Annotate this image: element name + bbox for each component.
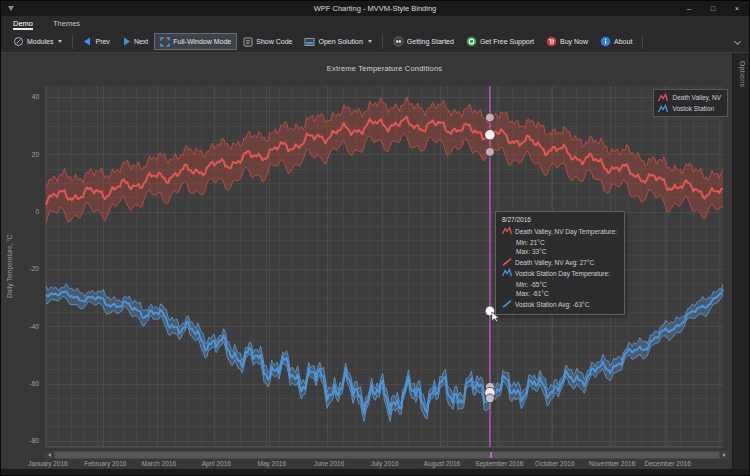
menu-item-themes[interactable]: Themes xyxy=(53,16,80,31)
support-lifebuoy-icon xyxy=(466,36,477,47)
getting-started-label: Getting Started xyxy=(407,38,454,45)
crosshair-scrollbar-marker xyxy=(490,452,492,458)
open-solution-icon xyxy=(304,37,315,47)
legend-item-death-valley[interactable]: Death Valley, NV xyxy=(658,93,721,102)
x-axis-month-label: August 2016 xyxy=(424,460,461,467)
y-tick-label: -80 xyxy=(3,437,39,444)
x-axis-month-label: May 2016 xyxy=(258,460,287,467)
next-button[interactable]: Next xyxy=(116,34,154,50)
minimize-button[interactable]: – xyxy=(677,1,701,16)
chart-legend: Death Valley, NV Vostok Station xyxy=(653,89,728,117)
toolbar-separator xyxy=(72,35,73,49)
legend-item-vostok-station[interactable]: Vostok Station xyxy=(658,104,721,113)
tooltip-row: Min: 21°C xyxy=(502,238,617,248)
prev-button[interactable]: Prev xyxy=(77,34,115,50)
prev-arrow-icon xyxy=(83,37,92,46)
y-tick-label: -20 xyxy=(3,265,39,272)
y-tick-label: 20 xyxy=(3,151,39,158)
band-series-icon xyxy=(502,268,512,280)
toolbar-overflow-chevron-icon[interactable] xyxy=(734,38,741,45)
legend-label: Death Valley, NV xyxy=(672,94,721,101)
getting-started-icon xyxy=(393,36,404,47)
titlebar: WPF Charting - MVVM-Style Binding – □ × xyxy=(1,1,749,16)
window-bottom-edge xyxy=(1,469,749,476)
show-code-icon xyxy=(243,37,253,47)
x-axis-month-label: November 2016 xyxy=(589,460,635,467)
chevron-down-icon xyxy=(58,40,62,43)
x-axis-month-label: September 2016 xyxy=(475,460,523,467)
menu-demo-label: Demo xyxy=(13,19,33,28)
band-series-icon xyxy=(502,226,512,238)
tooltip-row: Max: -61°C xyxy=(502,289,617,299)
show-code-button[interactable]: Show Code xyxy=(237,33,298,50)
toolbar-separator xyxy=(382,35,383,49)
cart-icon xyxy=(546,36,557,47)
x-axis-month-label: July 2016 xyxy=(371,460,399,467)
chart-title: Extreme Temperature Conditions xyxy=(46,64,723,73)
window-title: WPF Charting - MVVM-Style Binding xyxy=(1,4,749,13)
open-solution-label: Open Solution xyxy=(318,38,362,45)
prev-label: Prev xyxy=(95,38,109,45)
buy-now-label: Buy Now xyxy=(560,38,588,45)
tooltip-row: Vostok Station Avg: -63°C xyxy=(502,299,617,311)
modules-icon xyxy=(13,36,24,47)
legend-label: Vostok Station xyxy=(672,105,714,112)
modules-label: Modules xyxy=(27,38,53,45)
get-free-support-label: Get Free Support xyxy=(480,38,534,45)
line-series-icon xyxy=(502,257,512,269)
full-window-mode-button[interactable]: Full-Window Mode xyxy=(154,33,237,50)
x-axis-month-label: June 2016 xyxy=(314,460,344,467)
about-button[interactable]: About xyxy=(594,33,638,51)
x-axis-month-label: January 2016 xyxy=(28,460,67,467)
next-arrow-icon xyxy=(122,37,131,46)
info-icon xyxy=(600,36,611,47)
x-scrollbar[interactable] xyxy=(45,451,729,459)
getting-started-button[interactable]: Getting Started xyxy=(387,33,460,51)
tooltip-row: Death Valley, NV Day Temperature: xyxy=(502,226,617,238)
about-label: About xyxy=(614,38,632,45)
close-button[interactable]: × xyxy=(725,1,749,16)
y-tick-label: 40 xyxy=(3,93,39,100)
options-panel-tab[interactable]: Options xyxy=(732,53,750,469)
chevron-down-icon xyxy=(368,40,372,43)
tooltip-row: Vostok Station Day Temperature: xyxy=(502,268,617,280)
x-axis-month-label: March 2016 xyxy=(142,460,176,467)
y-tick-label: -40 xyxy=(3,323,39,330)
options-panel-label: Options xyxy=(739,61,746,469)
toolbar-separator xyxy=(642,35,643,49)
x-axis-month-label: December 2016 xyxy=(645,460,691,467)
buy-now-button[interactable]: Buy Now xyxy=(540,33,594,51)
chart-region: Extreme Temperature Conditions Daily Tem… xyxy=(1,53,732,469)
y-tick-label: 0 xyxy=(3,208,39,215)
menu-item-demo[interactable]: Demo xyxy=(13,16,33,31)
get-free-support-button[interactable]: Get Free Support xyxy=(460,33,540,51)
line-series-icon xyxy=(502,299,512,311)
app-window: WPF Charting - MVVM-Style Binding – □ × … xyxy=(0,0,750,476)
tooltip-row: Death Valley, NV Avg: 27°C xyxy=(502,257,617,269)
tooltip-date: 8/27/2016 xyxy=(502,216,617,223)
tooltip-row: Min: -65°C xyxy=(502,280,617,290)
band-series-icon xyxy=(658,93,668,102)
menu-themes-label: Themes xyxy=(53,19,80,28)
next-label: Next xyxy=(134,38,148,45)
full-window-mode-icon xyxy=(160,37,170,47)
scrollbar-right-arrow-icon[interactable] xyxy=(720,451,729,459)
app-icon[interactable] xyxy=(8,6,14,11)
toolbar: Modules Prev Next Full-Window Mode xyxy=(1,31,749,53)
tooltip-row: Max: 33°C xyxy=(502,247,617,257)
chart-tooltip: 8/27/2016 Death Valley, NV Day Temperatu… xyxy=(495,211,625,315)
x-axis-month-label: April 2016 xyxy=(202,460,231,467)
scrollbar-left-arrow-icon[interactable] xyxy=(45,451,54,459)
full-window-mode-label: Full-Window Mode xyxy=(173,38,231,45)
show-code-label: Show Code xyxy=(256,38,292,45)
menubar: Demo Themes xyxy=(1,16,749,31)
y-tick-label: -60 xyxy=(3,380,39,387)
modules-button[interactable]: Modules xyxy=(7,33,68,51)
maximize-button[interactable]: □ xyxy=(701,1,725,16)
open-solution-button[interactable]: Open Solution xyxy=(298,33,377,50)
scrollbar-thumb[interactable] xyxy=(54,451,720,459)
x-axis-month-label: February 2016 xyxy=(84,460,126,467)
band-series-icon xyxy=(658,104,668,113)
x-axis-month-label: October 2016 xyxy=(535,460,574,467)
